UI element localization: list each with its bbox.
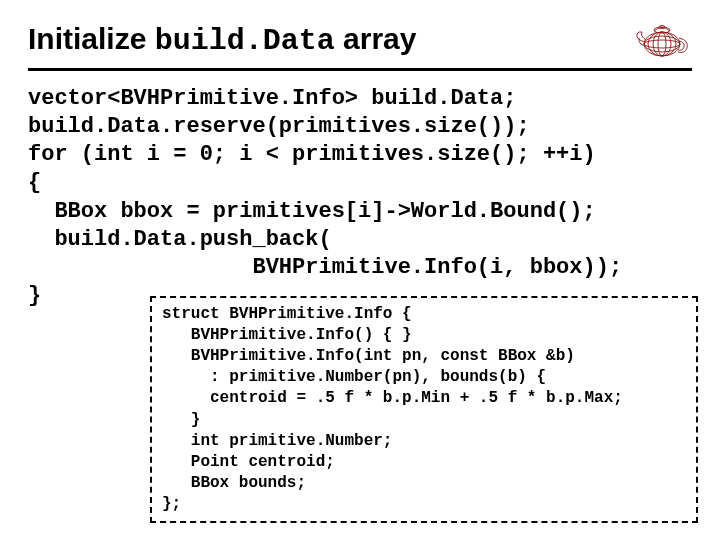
teapot-icon [632, 18, 692, 62]
header: Initialize build.Data array [28, 18, 692, 71]
slide-title: Initialize build.Data array [28, 22, 416, 58]
svg-point-5 [644, 40, 680, 48]
main-code-block: vector<BVHPrimitive.Info> build.Data; bu… [28, 85, 692, 310]
title-prefix: Initialize [28, 22, 155, 55]
svg-point-4 [644, 36, 680, 52]
struct-code-block: struct BVHPrimitive.Info { BVHPrimitive.… [162, 304, 686, 515]
struct-definition-box: struct BVHPrimitive.Info { BVHPrimitive.… [150, 296, 698, 523]
title-code: build.Data [155, 24, 335, 58]
title-suffix: array [335, 22, 417, 55]
